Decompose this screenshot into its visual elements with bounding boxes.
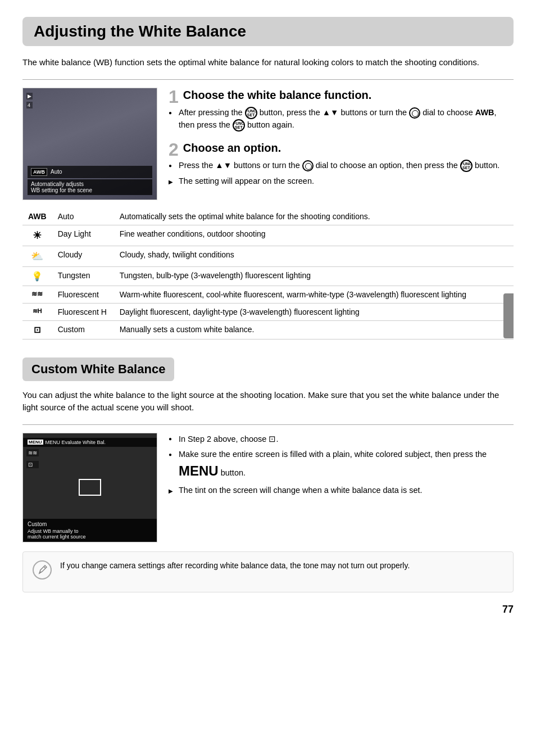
custom-menu-label: MENU Evaluate White Bal.	[46, 440, 106, 445]
note-icon	[32, 560, 52, 584]
page-number: 77	[22, 604, 514, 615]
sidebar-tab	[503, 293, 514, 338]
func-btn-3: FUNCSET	[460, 160, 473, 172]
note-text: If you change camera settings after reco…	[60, 560, 410, 584]
step-section: ▶ 4 AWB Auto Automatically adjusts WB se…	[22, 88, 514, 200]
table-row: ≋H Fluorescent H Daylight fluorescent, d…	[22, 303, 514, 320]
camera-icons: ▶ 4	[26, 93, 33, 108]
wb-name-cloudy: Cloudy	[52, 246, 114, 266]
wb-icon-cloudy: ⛅	[22, 246, 52, 266]
wb-desc-fluorescent: Warm-white fluorescent, cool-white fluor…	[114, 286, 514, 303]
wb-table: AWB Auto Automatically sets the optimal …	[22, 208, 514, 339]
svg-line-1	[44, 567, 46, 568]
custom-bottom-menu: Custom Adjust WB manually to match curre…	[23, 519, 157, 542]
wb-name-tungsten: Tungsten	[52, 266, 114, 286]
wb-name-fluorescent-h: Fluorescent H	[52, 303, 114, 320]
table-row: AWB Auto Automatically sets the optimal …	[22, 208, 514, 225]
wb-table-body: AWB Auto Automatically sets the optimal …	[22, 208, 514, 339]
wb-name-daylight: Day Light	[52, 225, 114, 246]
steps-instructions: 1 Choose the white balance function. Aft…	[169, 88, 514, 200]
table-row: ≋≋ Fluorescent Warm-white fluorescent, c…	[22, 286, 514, 303]
func-btn-2: FUNCSET	[233, 119, 245, 132]
custom-center-box	[79, 479, 101, 496]
camera-auto-label: Auto	[51, 169, 62, 175]
wb-icon-custom: ⊡	[22, 320, 52, 339]
wb-name-custom: Custom	[52, 320, 114, 339]
wb-name-auto: Auto	[52, 208, 114, 225]
camera-preview-image: ▶ 4 AWB Auto Automatically adjusts WB se…	[22, 88, 157, 200]
func-btn-1: FUNCSET	[245, 107, 257, 119]
cam-icon-2: 4	[26, 102, 33, 108]
wb-icon-daylight: ☀	[22, 225, 52, 246]
custom-icon-2: ⊡	[26, 461, 39, 468]
wb-desc-auto: Automatically sets the optimal white bal…	[114, 208, 514, 225]
wb-desc-daylight: Fine weather conditions, outdoor shootin…	[114, 225, 514, 246]
custom-wb-heading: Custom White Balance	[22, 357, 174, 381]
pencil-icon	[32, 560, 52, 580]
wb-desc-tungsten: Tungsten, bulb-type (3-wavelength) fluor…	[114, 266, 514, 286]
svg-point-0	[33, 561, 51, 579]
custom-bullet3: The tint on the screen will change when …	[169, 485, 514, 497]
wb-icon-tungsten: 💡	[22, 266, 52, 286]
camera-submenu-line2: WB setting for the scene	[31, 187, 149, 193]
cam-icon-1: ▶	[26, 93, 33, 99]
awb-badge: AWB	[31, 168, 47, 176]
menu-large-text: MENU	[179, 463, 219, 478]
step2-bullet2: The setting will appear on the screen.	[169, 175, 514, 188]
custom-bullets: In Step 2 above, choose ⊡. Make sure the…	[169, 433, 514, 497]
note-box: If you change camera settings after reco…	[22, 551, 514, 592]
section-divider	[22, 79, 514, 80]
step2-bullet1: Press the ▲▼ buttons or turn the dial to…	[169, 160, 514, 172]
custom-bottom-desc1: Adjust WB manually to	[28, 528, 152, 534]
wb-desc-fluorescent-h: Daylight fluorescent, daylight-type (3-w…	[114, 303, 514, 320]
step1-bullets: After pressing the FUNCSET button, press…	[169, 107, 514, 132]
menu-badge: MENU	[28, 440, 43, 445]
dial-icon-2	[302, 160, 314, 171]
custom-bullet1: In Step 2 above, choose ⊡.	[169, 433, 514, 446]
wb-icon-fluorescent-h: ≋H	[22, 303, 52, 320]
step1-bullet1: After pressing the FUNCSET button, press…	[169, 107, 514, 132]
custom-divider	[22, 424, 514, 425]
page-title: Adjusting the White Balance	[22, 17, 514, 46]
table-row: ⊡ Custom Manually sets a custom white ba…	[22, 320, 514, 339]
wb-name-fluorescent: Fluorescent	[52, 286, 114, 303]
table-row: ⛅ Cloudy Cloudy, shady, twilight conditi…	[22, 246, 514, 266]
step2-heading: Choose an option.	[169, 141, 514, 155]
step1-heading: Choose the white balance function.	[169, 88, 514, 102]
custom-bottom-desc2: match current light source	[28, 534, 152, 540]
custom-icons: ≋≋ ⊡	[26, 449, 39, 468]
custom-wb-content: MENU MENU Evaluate White Bal. ≋≋ ⊡ Custo…	[22, 433, 514, 542]
wb-icon-auto: AWB	[22, 208, 52, 225]
camera-submenu-line1: Automatically adjusts	[31, 181, 149, 187]
camera-menu-bar: AWB Auto	[28, 166, 152, 178]
step2-block: 2 Choose an option. Press the ▲▼ buttons…	[169, 141, 514, 188]
custom-bottom-name: Custom	[28, 521, 152, 527]
custom-wb-section: Custom White Balance You can adjust the …	[22, 347, 514, 592]
custom-icon-1: ≋≋	[26, 449, 39, 456]
wb-desc-cloudy: Cloudy, shady, twilight conditions	[114, 246, 514, 266]
camera-submenu: Automatically adjusts WB setting for the…	[28, 179, 152, 195]
wb-desc-custom: Manually sets a custom white balance.	[114, 320, 514, 339]
dial-icon-1	[409, 107, 420, 119]
custom-wb-intro: You can adjust the white balance to the …	[22, 389, 514, 414]
custom-camera-preview: MENU MENU Evaluate White Bal. ≋≋ ⊡ Custo…	[22, 433, 157, 542]
step2-bullets: Press the ▲▼ buttons or turn the dial to…	[169, 160, 514, 188]
table-row: ☀ Day Light Fine weather conditions, out…	[22, 225, 514, 246]
step2-number: 2	[169, 141, 179, 159]
wb-icon-fluorescent: ≋≋	[22, 286, 52, 303]
intro-text: The white balance (WB) function sets the…	[22, 56, 514, 69]
table-row: 💡 Tungsten Tungsten, bulb-type (3-wavele…	[22, 266, 514, 286]
custom-instructions: In Step 2 above, choose ⊡. Make sure the…	[169, 433, 514, 542]
step1-block: 1 Choose the white balance function. Aft…	[169, 88, 514, 132]
custom-menu-top: MENU MENU Evaluate White Bal.	[23, 438, 157, 447]
step1-number: 1	[169, 88, 179, 106]
custom-bullet2: Make sure the entire screen is filled wi…	[169, 449, 514, 481]
